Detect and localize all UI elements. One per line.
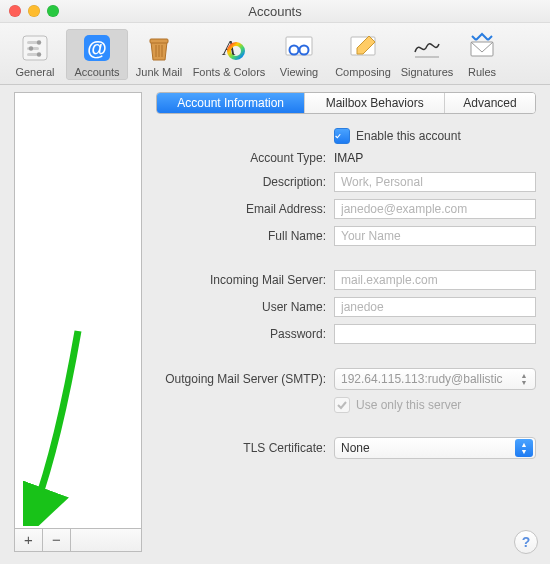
accounts-sidebar: + − [14,92,142,552]
user-name-input[interactable] [334,297,536,317]
use-only-server-checkbox[interactable] [334,397,350,413]
toolbar-item-junk-mail[interactable]: Junk Mail [128,29,190,80]
tls-label: TLS Certificate: [156,441,326,455]
at-sign-icon: @ [81,32,113,64]
toolbar-item-signatures[interactable]: Signatures [396,29,458,80]
tls-certificate-select[interactable]: None ▲▼ [334,437,536,459]
add-account-button[interactable]: + [15,529,43,551]
toolbar-label: Accounts [74,66,119,78]
glasses-icon [283,32,315,64]
titlebar: Accounts [0,0,550,23]
enable-account-row: Enable this account [334,128,536,144]
password-label: Password: [156,327,326,341]
toolbar-label: Fonts & Colors [193,66,266,78]
toolbar-label: Composing [335,66,391,78]
smtp-label: Outgoing Mail Server (SMTP): [156,372,326,386]
preferences-toolbar: General @ Accounts Junk Ma [0,23,550,85]
svg-point-4 [29,46,33,50]
account-type-label: Account Type: [156,151,326,165]
email-label: Email Address: [156,202,326,216]
tab-account-information[interactable]: Account Information [157,93,305,113]
remove-account-button[interactable]: − [43,529,71,551]
preferences-window: Accounts General @ [0,0,550,564]
toolbar-item-accounts[interactable]: @ Accounts [66,29,128,80]
full-name-label: Full Name: [156,229,326,243]
full-name-input[interactable] [334,226,536,246]
description-input[interactable] [334,172,536,192]
toolbar-item-rules[interactable]: Rules [458,29,506,80]
description-label: Description: [156,175,326,189]
enable-account-label: Enable this account [356,129,461,143]
toolbar-label: Viewing [280,66,318,78]
account-type-value: IMAP [334,151,536,165]
compose-pencil-icon [347,32,379,64]
use-only-server-label: Use only this server [356,398,461,412]
accounts-list[interactable] [14,92,142,528]
incoming-label: Incoming Mail Server: [156,273,326,287]
body: + − Account Information Mailbox Behavior… [0,80,550,564]
font-color-wheel-icon: A [213,32,245,64]
svg-rect-21 [471,42,493,56]
tab-mailbox-behaviors[interactable]: Mailbox Behaviors [305,93,445,113]
chevron-up-down-icon: ▲▼ [515,439,533,457]
window-title: Accounts [0,4,550,19]
help-button[interactable]: ? [514,530,538,554]
toolbar-item-composing[interactable]: Composing [330,29,396,80]
svg-point-6 [37,52,41,56]
toolbar-label: Rules [468,66,496,78]
toolbar-label: Signatures [401,66,454,78]
toolbar-label: General [15,66,54,78]
incoming-server-input[interactable] [334,270,536,290]
use-only-server-row: Use only this server [334,397,536,413]
svg-point-2 [37,40,41,44]
email-input[interactable] [334,199,536,219]
toolbar-label: Junk Mail [136,66,182,78]
svg-rect-9 [150,39,168,43]
password-input[interactable] [334,324,536,344]
tab-advanced[interactable]: Advanced [445,93,535,113]
trash-bin-icon [143,32,175,64]
svg-text:@: @ [87,37,107,59]
enable-account-checkbox[interactable] [334,128,350,144]
toolbar-item-viewing[interactable]: Viewing [268,29,330,80]
tls-certificate-value: None [341,441,370,455]
user-name-label: User Name: [156,300,326,314]
account-form: Enable this account Account Type: IMAP D… [156,128,536,459]
signature-icon [411,32,443,64]
chevron-up-down-icon: ▲▼ [515,370,533,388]
toolbar-item-fonts-colors[interactable]: A Fonts & Colors [190,29,268,80]
list-footer: + − [14,528,142,552]
footer-spacer [71,529,141,551]
smtp-server-value: 192.64.115.113:rudy@ballistic [341,372,503,386]
toolbar-item-general[interactable]: General [4,29,66,80]
annotation-arrow-icon [23,326,93,526]
tab-segmented-control: Account Information Mailbox Behaviors Ad… [156,92,536,114]
account-detail-panel: Account Information Mailbox Behaviors Ad… [156,92,536,552]
rules-envelope-icon [466,32,498,64]
smtp-server-select[interactable]: 192.64.115.113:rudy@ballistic ▲▼ [334,368,536,390]
gear-switches-icon [19,32,51,64]
